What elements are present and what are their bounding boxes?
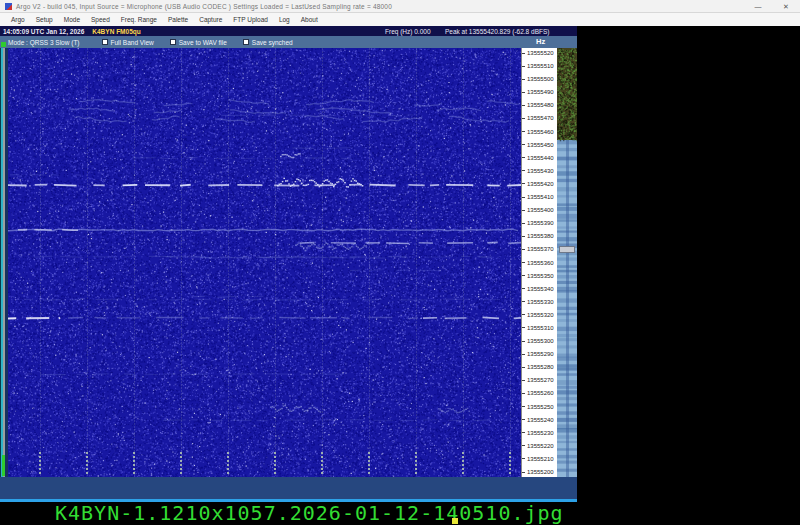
menu-item-freq-range[interactable]: Freq. Range xyxy=(121,16,157,23)
freq-tick-mark xyxy=(522,236,525,237)
freq-label: 13555240 xyxy=(527,417,554,423)
freq-label: 13555520 xyxy=(527,50,554,56)
freq-scale-row: 13555450 xyxy=(522,142,557,148)
freq-scale-row: 13555510 xyxy=(522,63,557,69)
checkbox-label: Save synched xyxy=(252,39,293,46)
freq-label: 13555480 xyxy=(527,102,554,108)
freq-scale-row: 13555480 xyxy=(522,102,557,108)
freq-label: 13555360 xyxy=(527,260,554,266)
freq-scale-row: 13555320 xyxy=(522,312,557,318)
sync-indicator-bottom xyxy=(2,455,5,476)
bottom-toolbar: Visual Gain AgcLoHi 46/100 40/100 Sensit… xyxy=(0,477,577,499)
checkbox-icon[interactable] xyxy=(102,39,108,45)
freq-scale-row: 13555420 xyxy=(522,181,557,187)
close-button[interactable]: ✕ xyxy=(772,0,800,13)
freq-label: 13555370 xyxy=(527,246,554,252)
freq-tick-mark xyxy=(522,327,525,328)
freq-tick-mark xyxy=(522,472,525,473)
spectrogram-display[interactable] xyxy=(8,48,521,477)
freq-tick-mark xyxy=(522,314,525,315)
freq-label: 13555510 xyxy=(527,63,554,69)
menu-item-palette[interactable]: Palette xyxy=(168,16,188,23)
freq-label: 13555460 xyxy=(527,129,554,135)
freq-label: 13555430 xyxy=(527,168,554,174)
checkbox-save-synched[interactable]: Save synched xyxy=(243,39,293,46)
left-indicator-strip xyxy=(0,48,8,477)
freq-label: 13555270 xyxy=(527,377,554,383)
freq-tick-mark xyxy=(522,354,525,355)
menu-item-ftp-upload[interactable]: FTP Upload xyxy=(233,16,268,23)
freq-scale-row: 13555290 xyxy=(522,351,557,357)
menu-item-about[interactable]: About xyxy=(301,16,318,23)
freq-tick-mark xyxy=(522,131,525,132)
freq-scale-row: 13555230 xyxy=(522,430,557,436)
freq-scale-row: 13555370 xyxy=(522,246,557,252)
menu-item-setup[interactable]: Setup xyxy=(36,16,53,23)
freq-scale-row: 13555270 xyxy=(522,377,557,383)
status-bar: 14:05:09 UTC Jan 12, 2026 K4BYN FM05qu F… xyxy=(0,26,577,36)
freq-tick-mark xyxy=(522,301,525,302)
freq-label: 13555380 xyxy=(527,233,554,239)
checkbox-icon[interactable] xyxy=(170,39,176,45)
checkbox-save-to-wav-file[interactable]: Save to WAV file xyxy=(170,39,227,46)
menu-item-log[interactable]: Log xyxy=(279,16,290,23)
frequency-scrollbar[interactable] xyxy=(557,48,577,477)
freq-label: 13555410 xyxy=(527,194,554,200)
freq-tick-mark xyxy=(522,66,525,67)
checkbox-icon[interactable] xyxy=(243,39,249,45)
sync-indicator-top xyxy=(1,42,6,47)
title-bar[interactable]: Argo V2 - build 045, Input Source = Micr… xyxy=(0,0,800,13)
freq-scale-row: 13555430 xyxy=(522,168,557,174)
checkbox-full-band-view[interactable]: Full Band View xyxy=(102,39,154,46)
freq-scale-row: 13555410 xyxy=(522,194,557,200)
freq-label: 13555330 xyxy=(527,299,554,305)
freq-scale-row: 13555490 xyxy=(522,89,557,95)
freq-tick-mark xyxy=(522,380,525,381)
app-icon xyxy=(5,3,12,10)
freq-scale-row: 13555440 xyxy=(522,155,557,161)
freq-scale-row: 13555460 xyxy=(522,129,557,135)
freq-label: 13555490 xyxy=(527,89,554,95)
freq-tick-mark xyxy=(522,223,525,224)
freq-scale-row: 13555220 xyxy=(522,443,557,449)
clock-readout: 14:05:09 UTC Jan 12, 2026 xyxy=(3,28,84,35)
freq-label: 13555310 xyxy=(527,325,554,331)
mode-label: Mode : QRSS 3 Slow (T) xyxy=(8,39,80,46)
freq-label: 13555220 xyxy=(527,443,554,449)
freq-label: 13555210 xyxy=(527,456,554,462)
freq-tick-mark xyxy=(522,157,525,158)
menu-item-mode[interactable]: Mode xyxy=(64,16,80,23)
freq-tick-mark xyxy=(522,445,525,446)
screen: Argo V2 - build 045, Input Source = Micr… xyxy=(0,0,800,525)
freq-tick-mark xyxy=(522,118,525,119)
freq-tick-mark xyxy=(522,105,525,106)
menu-item-argo[interactable]: Argo xyxy=(11,16,25,23)
checkbox-label: Save to WAV file xyxy=(179,39,227,46)
freq-tick-mark xyxy=(522,341,525,342)
hz-unit-label: Hz xyxy=(536,37,545,46)
menu-item-speed[interactable]: Speed xyxy=(91,16,110,23)
freq-tick-mark xyxy=(522,170,525,171)
freq-scale-row: 13555260 xyxy=(522,390,557,396)
freq-tick-mark xyxy=(522,197,525,198)
freq-tick-mark xyxy=(522,210,525,211)
freq-scale-row: 13555200 xyxy=(522,469,557,475)
freq-tick-mark xyxy=(522,393,525,394)
freq-scale-row: 13555250 xyxy=(522,404,557,410)
freq-tick-mark xyxy=(522,249,525,250)
freq-tick-mark xyxy=(522,144,525,145)
menu-item-capture[interactable]: Capture xyxy=(199,16,222,23)
freq-scale-row: 13555340 xyxy=(522,286,557,292)
minimize-button[interactable]: — xyxy=(744,0,772,13)
freq-scale-row: 13555360 xyxy=(522,260,557,266)
freq-tick-mark xyxy=(522,288,525,289)
freq-label: 13555230 xyxy=(527,430,554,436)
cursor-frequency-readout: Freq (Hz) 0.000 xyxy=(385,28,431,35)
freq-scale-row: 13555390 xyxy=(522,220,557,226)
freq-tick-mark xyxy=(522,458,525,459)
freq-label: 13555390 xyxy=(527,220,554,226)
freq-label: 13555280 xyxy=(527,364,554,370)
freq-scale-row: 13555380 xyxy=(522,233,557,239)
frequency-scale: 1355552013555510135555001355549013555480… xyxy=(521,48,557,477)
freq-scale-row: 13555240 xyxy=(522,417,557,423)
